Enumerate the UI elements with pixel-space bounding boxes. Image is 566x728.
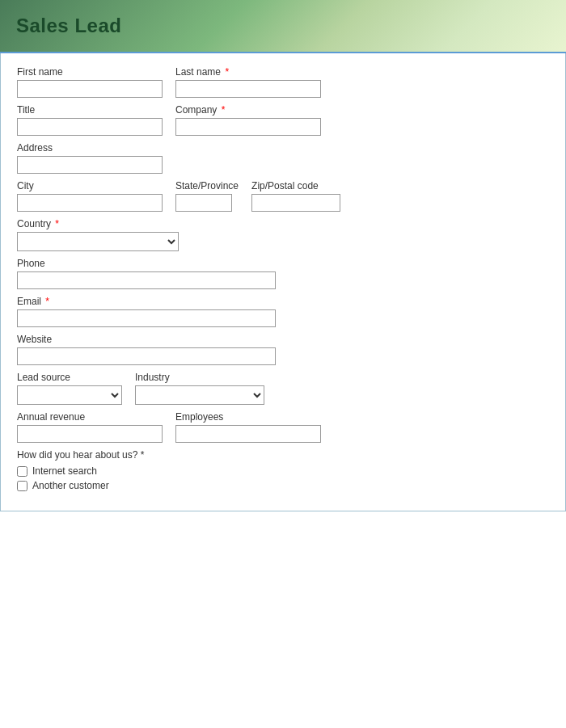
address-input[interactable] <box>17 156 163 174</box>
zip-input[interactable] <box>251 194 340 212</box>
lead-source-select[interactable]: Web Referral Event <box>17 385 122 405</box>
website-row: Website <box>17 334 549 365</box>
email-input[interactable] <box>17 309 276 327</box>
page-header: Sales Lead <box>0 0 566 53</box>
country-row: Country * United States United Kingdom C… <box>17 218 549 251</box>
title-input[interactable] <box>17 118 163 136</box>
state-group: State/Province <box>175 180 239 212</box>
name-row: First name Last name * <box>17 66 549 98</box>
another-customer-checkbox-item: Another customer <box>17 480 549 491</box>
annual-revenue-group: Annual revenue <box>17 411 163 443</box>
address-row: Address <box>17 142 549 174</box>
company-input[interactable] <box>175 118 321 136</box>
email-label: Email * <box>17 296 276 307</box>
zip-group: Zip/Postal code <box>251 180 340 212</box>
zip-label: Zip/Postal code <box>251 180 340 191</box>
form-container: First name Last name * Title Company * A… <box>0 53 566 511</box>
internet-search-checkbox[interactable] <box>17 466 27 477</box>
lead-source-group: Lead source Web Referral Event <box>17 372 122 405</box>
city-input[interactable] <box>17 194 163 212</box>
employees-group: Employees <box>175 411 321 443</box>
country-label: Country * <box>17 218 179 229</box>
industry-label: Industry <box>135 372 264 383</box>
page-title: Sales Lead <box>16 15 550 37</box>
lead-industry-row: Lead source Web Referral Event Industry … <box>17 372 549 405</box>
phone-row: Phone <box>17 258 549 289</box>
city-state-zip-row: City State/Province Zip/Postal code <box>17 180 549 212</box>
last-name-label: Last name * <box>175 66 321 78</box>
address-group: Address <box>17 142 163 174</box>
internet-search-checkbox-label: Internet search <box>32 465 97 477</box>
another-customer-checkbox-label: Another customer <box>32 480 109 491</box>
email-group: Email * <box>17 296 276 327</box>
website-label: Website <box>17 334 276 345</box>
lead-source-label: Lead source <box>17 372 122 383</box>
annual-revenue-input[interactable] <box>17 425 163 443</box>
how-heard-section: How did you hear about us? * Internet se… <box>17 449 549 491</box>
industry-group: Industry Technology Finance Healthcare <box>135 372 264 405</box>
city-label: City <box>17 180 163 191</box>
title-company-row: Title Company * <box>17 104 549 136</box>
city-group: City <box>17 180 163 212</box>
title-label: Title <box>17 104 163 116</box>
first-name-label: First name <box>17 66 163 78</box>
country-select[interactable]: United States United Kingdom Canada Aust… <box>17 232 179 251</box>
phone-input[interactable] <box>17 271 276 289</box>
website-group: Website <box>17 334 276 365</box>
internet-search-checkbox-item: Internet search <box>17 465 549 477</box>
employees-input[interactable] <box>175 425 321 443</box>
phone-group: Phone <box>17 258 276 289</box>
email-row: Email * <box>17 296 549 327</box>
industry-select[interactable]: Technology Finance Healthcare <box>135 385 264 405</box>
website-input[interactable] <box>17 347 276 365</box>
annual-revenue-label: Annual revenue <box>17 411 163 423</box>
first-name-group: First name <box>17 66 163 98</box>
address-label: Address <box>17 142 163 154</box>
state-input[interactable] <box>175 194 232 212</box>
last-name-input[interactable] <box>175 80 321 98</box>
another-customer-checkbox[interactable] <box>17 481 27 491</box>
country-group: Country * United States United Kingdom C… <box>17 218 179 251</box>
state-label: State/Province <box>175 180 239 191</box>
how-heard-label: How did you hear about us? * <box>17 449 549 461</box>
company-group: Company * <box>175 104 321 136</box>
phone-label: Phone <box>17 258 276 269</box>
company-label: Company * <box>175 104 321 116</box>
title-group: Title <box>17 104 163 136</box>
last-name-group: Last name * <box>175 66 321 98</box>
employees-label: Employees <box>175 411 321 423</box>
first-name-input[interactable] <box>17 80 163 98</box>
revenue-employees-row: Annual revenue Employees <box>17 411 549 443</box>
